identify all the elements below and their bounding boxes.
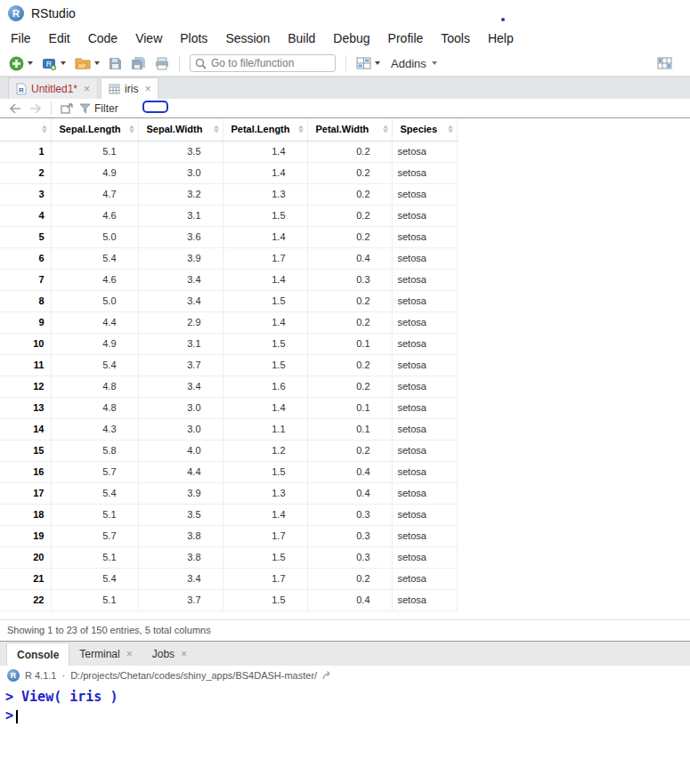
workspace-panes-button[interactable] <box>353 55 384 71</box>
tab-jobs[interactable]: Jobs× <box>142 643 197 666</box>
table-row: 124.83.41.60.2setosa <box>0 376 457 397</box>
close-icon[interactable]: × <box>126 649 133 659</box>
cell-value: 0.2 <box>307 290 392 311</box>
cell-value: 4.6 <box>51 269 138 290</box>
cell-value: 0.4 <box>307 461 392 482</box>
column-header-sepal-width[interactable]: Sepal.Width <box>138 118 223 141</box>
cell-value: 0.2 <box>307 440 392 461</box>
cell-species: setosa <box>392 589 457 610</box>
cell-value: 0.2 <box>307 311 392 333</box>
forward-button[interactable] <box>28 103 42 114</box>
addins-dropdown[interactable]: Addins <box>386 55 442 72</box>
cell-value: 1.6 <box>223 376 307 397</box>
goto-directory-icon[interactable] <box>322 671 334 681</box>
menu-item-help[interactable]: Help <box>479 27 523 51</box>
row-number: 5 <box>0 226 51 247</box>
close-icon[interactable]: × <box>181 649 187 659</box>
back-button[interactable] <box>9 103 22 114</box>
cell-value: 3.5 <box>138 504 223 525</box>
menu-item-code[interactable]: Code <box>79 27 126 51</box>
path-separator: · <box>61 670 65 681</box>
cell-value: 4.6 <box>51 205 138 226</box>
cell-value: 3.4 <box>138 568 223 589</box>
print-icon <box>155 57 169 70</box>
column-header-species[interactable]: Species <box>392 118 457 141</box>
column-header-petal-width[interactable]: Petal.Width <box>307 118 392 141</box>
working-directory[interactable]: D:/projects/Chetan/codes/shiny_apps/BS4D… <box>70 670 317 681</box>
goto-file-box[interactable] <box>190 54 336 72</box>
menu-item-file[interactable]: File <box>2 27 40 51</box>
cell-value: 3.6 <box>138 226 223 247</box>
goto-file-input[interactable] <box>211 57 330 69</box>
chevron-down-icon <box>432 61 437 65</box>
menu-item-plots[interactable]: Plots <box>171 27 216 51</box>
cell-value: 1.7 <box>223 525 307 546</box>
menu-item-profile[interactable]: Profile <box>379 27 433 51</box>
cell-species: setosa <box>392 354 457 376</box>
save-all-icon <box>131 56 146 70</box>
cell-value: 5.1 <box>51 504 138 525</box>
popout-icon <box>61 103 73 114</box>
sort-arrows-icon <box>42 125 47 133</box>
tab-untitled1[interactable]: R Untitled1* × <box>8 77 98 99</box>
table-row: 185.13.51.40.3setosa <box>0 504 457 525</box>
cell-value: 5.4 <box>51 247 138 269</box>
cell-value: 1.4 <box>223 504 307 525</box>
cell-value: 4.3 <box>51 418 138 440</box>
table-row: 74.63.41.40.3setosa <box>0 269 457 290</box>
table-row: 225.13.71.50.4setosa <box>0 589 457 610</box>
row-number: 19 <box>0 525 51 546</box>
sort-arrows-icon <box>448 125 453 133</box>
cell-value: 1.5 <box>223 205 307 226</box>
row-number: 7 <box>0 269 51 290</box>
cell-species: setosa <box>392 311 457 333</box>
open-in-new-window-button[interactable] <box>61 103 73 114</box>
tab-iris[interactable]: iris × <box>101 77 158 99</box>
row-number-header[interactable] <box>0 118 51 141</box>
menu-item-edit[interactable]: Edit <box>40 27 79 51</box>
save-button[interactable] <box>105 55 126 72</box>
tab-console[interactable]: Console <box>6 643 69 666</box>
cell-value: 0.2 <box>307 162 392 183</box>
table-row: 55.03.61.40.2setosa <box>0 226 457 247</box>
cell-value: 0.3 <box>307 269 392 290</box>
print-button[interactable] <box>151 55 173 72</box>
new-file-button[interactable] <box>5 54 37 73</box>
menu-item-tools[interactable]: Tools <box>432 27 479 51</box>
main-toolbar: R Addins <box>0 51 690 77</box>
menu-item-view[interactable]: View <box>126 27 171 51</box>
column-header-petal-length[interactable]: Petal.Length <box>223 118 307 141</box>
cell-value: 0.2 <box>307 141 392 162</box>
cell-value: 3.4 <box>138 290 223 311</box>
menu-item-debug[interactable]: Debug <box>324 27 378 51</box>
sort-arrows-icon <box>129 125 134 133</box>
column-header-sepal-length[interactable]: Sepal.Length <box>51 118 138 141</box>
cell-value: 1.7 <box>223 568 307 589</box>
tab-terminal[interactable]: Terminal× <box>69 643 142 666</box>
cell-value: 5.7 <box>51 525 138 546</box>
save-all-button[interactable] <box>127 54 150 72</box>
close-icon[interactable]: × <box>84 84 90 94</box>
data-viewer-table-area: Sepal.LengthSepal.WidthPetal.LengthPetal… <box>0 118 690 619</box>
tab-label: iris <box>125 83 138 95</box>
cell-species: setosa <box>392 376 457 397</box>
filter-funnel-icon <box>79 103 91 114</box>
table-row: 175.43.91.30.4setosa <box>0 482 457 504</box>
cell-value: 3.8 <box>138 546 223 568</box>
cell-value: 1.5 <box>223 333 307 354</box>
pane-layout-button[interactable] <box>653 55 676 71</box>
filter-button[interactable]: Filter <box>79 102 118 115</box>
new-project-button[interactable]: R <box>38 54 69 72</box>
menu-item-session[interactable]: Session <box>216 27 279 51</box>
row-number: 6 <box>0 247 51 269</box>
cell-value: 3.0 <box>138 397 223 418</box>
close-icon[interactable]: × <box>144 84 150 94</box>
cell-species: setosa <box>392 247 457 269</box>
console-output[interactable]: > View( iris ) > <box>0 685 690 725</box>
cell-value: 1.2 <box>223 440 307 461</box>
cell-species: setosa <box>392 461 457 482</box>
menu-item-build[interactable]: Build <box>279 27 324 51</box>
open-file-button[interactable] <box>71 55 103 71</box>
cell-value: 0.3 <box>307 504 392 525</box>
cell-value: 1.7 <box>223 247 307 269</box>
